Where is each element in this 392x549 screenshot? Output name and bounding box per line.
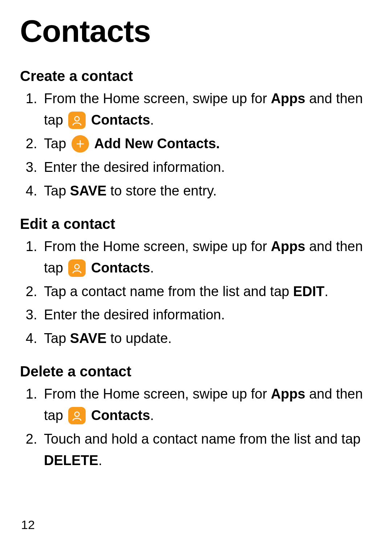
apps-label: Apps	[271, 91, 305, 106]
list-item: Enter the desired information.	[41, 304, 372, 326]
save-label: SAVE	[70, 331, 107, 346]
body-text: Touch and hold a contact name from the l…	[44, 431, 360, 447]
list-item: Enter the desired information.	[41, 157, 372, 178]
contacts-label: Contacts	[91, 260, 150, 275]
body-text: .	[324, 284, 328, 299]
list-item: Tap SAVE to store the entry.	[41, 180, 372, 202]
apps-label: Apps	[271, 386, 305, 401]
steps-edit: From the Home screen, swipe up for Apps …	[22, 236, 372, 349]
svg-point-1	[75, 264, 79, 269]
body-text: Tap	[44, 183, 70, 198]
body-text: Tap	[44, 136, 70, 151]
list-item: Touch and hold a contact name from the l…	[41, 428, 372, 471]
body-text: From the Home screen, swipe up for	[44, 91, 271, 106]
contacts-icon	[68, 259, 86, 277]
edit-label: EDIT	[293, 284, 325, 299]
plus-icon	[72, 135, 89, 153]
list-item: From the Home screen, swipe up for Apps …	[41, 236, 372, 279]
add-new-contacts-label: Add New Contacts.	[94, 136, 220, 151]
save-label: SAVE	[70, 183, 107, 198]
body-text: .	[150, 260, 154, 275]
body-text: to store the entry.	[107, 183, 217, 198]
list-item: Tap a contact name from the list and tap…	[41, 281, 372, 302]
body-text: From the Home screen, swipe up for	[44, 239, 271, 254]
section-heading-create: Create a contact	[20, 67, 372, 85]
body-text: .	[98, 453, 102, 468]
page-title: Contacts	[20, 15, 372, 47]
delete-label: DELETE	[44, 453, 98, 468]
body-text: Tap a contact name from the list and tap	[44, 284, 293, 299]
body-text: Tap	[44, 331, 70, 346]
contacts-icon	[68, 407, 86, 424]
list-item: From the Home screen, swipe up for Apps …	[41, 383, 372, 426]
body-text: .	[150, 408, 154, 423]
body-text: to update.	[107, 331, 172, 346]
body-text: From the Home screen, swipe up for	[44, 386, 271, 401]
steps-create: From the Home screen, swipe up for Apps …	[22, 88, 372, 201]
svg-point-0	[75, 117, 79, 121]
contacts-label: Contacts	[91, 408, 150, 423]
body-text: Enter the desired information.	[44, 307, 225, 322]
steps-delete: From the Home screen, swipe up for Apps …	[22, 383, 372, 471]
manual-page: Contacts Create a contact From the Home …	[0, 0, 392, 549]
contacts-label: Contacts	[91, 112, 150, 128]
svg-point-2	[75, 412, 79, 416]
list-item: From the Home screen, swipe up for Apps …	[41, 88, 372, 131]
list-item: Tap SAVE to update.	[41, 328, 372, 349]
apps-label: Apps	[271, 239, 305, 254]
section-heading-edit: Edit a contact	[20, 215, 372, 233]
contacts-icon	[68, 112, 86, 129]
section-heading-delete: Delete a contact	[20, 362, 372, 380]
body-text: Enter the desired information.	[44, 160, 225, 175]
list-item: Tap Add New Contacts.	[41, 133, 372, 154]
body-text: .	[150, 112, 154, 128]
page-number: 12	[21, 518, 35, 531]
